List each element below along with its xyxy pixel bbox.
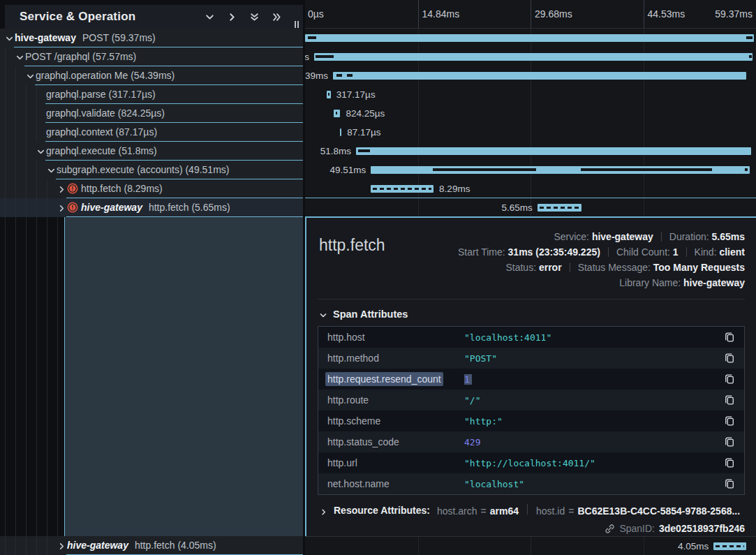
span-attributes-table: http.host"localhost:4011"http.method"POS… xyxy=(318,326,745,495)
timeline-panel: 0µs14.84ms29.68ms44.53ms59.37ms 59.37ms5… xyxy=(305,0,756,555)
copy-icon[interactable] xyxy=(724,353,735,364)
child-span-marker xyxy=(746,36,753,39)
service-name: hive-gateway xyxy=(15,32,76,43)
copy-icon[interactable] xyxy=(724,373,735,385)
span-tree-row[interactable]: graphql.context (87.17µs) xyxy=(0,123,303,142)
ruler-gridline xyxy=(531,0,531,28)
span-duration-bar[interactable] xyxy=(314,53,753,61)
double-chevron-right-icon[interactable] xyxy=(272,12,282,22)
child-span-marker xyxy=(316,55,334,58)
span-duration-bar[interactable] xyxy=(305,34,754,42)
panel-resize-handle[interactable] xyxy=(295,21,299,28)
span-detail-title: http.fetch xyxy=(319,236,385,255)
chevron-right-icon[interactable] xyxy=(57,184,66,193)
double-chevron-down-icon[interactable] xyxy=(249,12,260,22)
span-row-label: graphql.operation Me (54.39ms) xyxy=(36,66,175,85)
copy-icon[interactable] xyxy=(724,394,735,406)
detail-meta-line: Library Name: hive-gateway xyxy=(318,275,745,290)
span-duration-bar[interactable] xyxy=(356,147,751,155)
bar-duration-label: 87.17µs xyxy=(347,123,380,142)
span-tree-row[interactable]: hive-gatewayhttp.fetch (5.65ms) xyxy=(0,198,303,217)
chevron-down-icon[interactable] xyxy=(36,147,45,156)
expanded-span-background xyxy=(64,217,303,536)
copy-icon[interactable] xyxy=(724,478,735,489)
resource-value: arm64 xyxy=(490,505,519,517)
attribute-row[interactable]: http.route"/" xyxy=(318,390,744,410)
attribute-row[interactable]: http.host"localhost:4011" xyxy=(318,327,744,348)
copy-icon[interactable] xyxy=(724,415,735,427)
span-tree-row[interactable]: POST /graphql (57.57ms) xyxy=(0,47,303,66)
span-duration-bar[interactable] xyxy=(340,128,342,136)
span-duration-bar[interactable] xyxy=(371,185,433,193)
ruler-gridline xyxy=(644,0,644,28)
span-row-label: hive-gatewayPOST (59.37ms) xyxy=(15,29,156,47)
indent-guide xyxy=(5,217,6,536)
ruler-tick-label: 29.68ms xyxy=(535,0,572,29)
equals-sign: = xyxy=(568,505,574,517)
indent-guide xyxy=(47,536,47,555)
span-row-label: graphql.validate (824.25µs) xyxy=(46,104,165,123)
attribute-key: http.method xyxy=(327,353,464,364)
resource-value: BC62E13B-C4CC-5854-9788-2568... xyxy=(577,505,740,517)
copy-icon[interactable] xyxy=(724,332,735,343)
indent-guide xyxy=(36,104,37,123)
attribute-value: 429 xyxy=(464,437,724,447)
attribute-row[interactable]: http.method"POST" xyxy=(318,348,744,369)
span-tree-row[interactable]: http.fetch (8.29ms) xyxy=(0,179,303,198)
ruler-gridline xyxy=(418,0,419,28)
attribute-key: http.request.resend_count xyxy=(327,373,464,385)
copy-icon[interactable] xyxy=(724,436,735,447)
attribute-row[interactable]: http.status_code429 xyxy=(318,431,744,452)
child-span-marker xyxy=(308,36,316,39)
span-tree-row[interactable]: hive-gatewayPOST (59.37ms) xyxy=(0,29,303,47)
span-tree-row[interactable]: graphql.execute (51.8ms) xyxy=(0,142,303,161)
chevron-down-icon[interactable] xyxy=(26,71,35,80)
resource-attributes-row[interactable]: Resource Attributes: host.arch=arm64host… xyxy=(318,504,745,517)
span-tree-row[interactable]: graphql.operation Me (54.39ms) xyxy=(0,66,303,85)
span-duration-bar[interactable] xyxy=(371,166,750,174)
trace-viewer: Service & Operation hive-gatewayPOST (59… xyxy=(0,0,756,555)
attribute-value: 1 xyxy=(464,374,724,385)
bar-duration-label: 51.8ms xyxy=(320,142,351,161)
indent-guide xyxy=(5,198,6,217)
meta-separator xyxy=(661,232,662,242)
span-duration-bar[interactable] xyxy=(334,110,341,117)
span-detail-panel: http.fetch Service: hive-gatewayDuration… xyxy=(305,217,756,536)
attribute-row[interactable]: http.url"http://localhost:4011/" xyxy=(318,452,744,473)
indent-guide xyxy=(5,85,6,104)
span-tree-row[interactable]: subgraph.execute (accounts) (49.51ms) xyxy=(0,161,303,179)
indent-guide xyxy=(5,142,6,161)
attribute-key: http.url xyxy=(327,457,464,468)
bar-duration-label: 54.39ms xyxy=(305,66,328,85)
copy-icon[interactable] xyxy=(724,457,735,468)
child-span-marker xyxy=(745,168,748,171)
attribute-row[interactable]: http.request.resend_count1 xyxy=(318,369,744,390)
chevron-down-icon[interactable] xyxy=(47,165,56,175)
bar-duration-label: 5.65ms xyxy=(501,198,532,217)
attribute-row[interactable]: net.host.name"localhost" xyxy=(318,473,744,494)
timeline-row: 317.17µs xyxy=(305,85,756,104)
chevron-right-icon[interactable] xyxy=(57,203,66,212)
span-id-value: 3de02518937fb246 xyxy=(659,523,745,534)
span-duration-bar[interactable] xyxy=(333,72,746,80)
span-id-row: SpanID: 3de02518937fb246 xyxy=(318,523,745,534)
span-attributes-section-toggle[interactable]: Span Attributes xyxy=(319,309,745,320)
span-duration-bar[interactable] xyxy=(538,204,581,212)
indent-guide xyxy=(5,47,6,66)
span-tree-row[interactable]: graphql.validate (824.25µs) xyxy=(0,104,303,123)
chevron-right-icon[interactable] xyxy=(227,12,237,22)
span-tree-row[interactable]: hive-gatewayhttp.fetch (4.05ms) xyxy=(0,536,303,555)
link-icon[interactable] xyxy=(605,524,615,534)
span-duration-bar[interactable] xyxy=(713,542,746,550)
span-duration-bar[interactable] xyxy=(327,91,331,98)
timeline-row: 824.25µs xyxy=(305,104,756,123)
attribute-row[interactable]: http.scheme"http:" xyxy=(318,410,744,431)
chevron-right-icon[interactable] xyxy=(57,541,66,550)
chevron-down-icon[interactable] xyxy=(15,52,24,61)
ruler-tick-label: 0µs xyxy=(308,0,324,29)
indent-guide xyxy=(26,179,27,198)
span-row-label: hive-gatewayhttp.fetch (4.05ms) xyxy=(67,536,216,555)
span-tree-row[interactable]: graphql.parse (317.17µs) xyxy=(0,85,303,104)
chevron-down-icon[interactable] xyxy=(5,34,14,43)
chevron-down-icon[interactable] xyxy=(205,12,215,22)
